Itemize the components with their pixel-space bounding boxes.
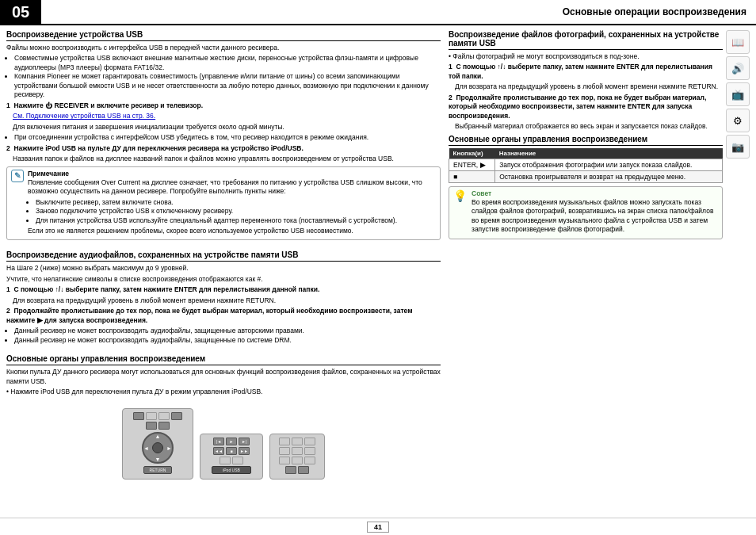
audio-step1-text: С помощью ↑/↓ выберите папку, затем нажм… [13,285,319,293]
transport-extra2 [232,457,243,464]
photo-step1-num: 1 [449,63,452,71]
table-btn-2: ■ [449,170,495,182]
step1-link[interactable]: См. Подключение устройства USB на стр. 3… [13,112,155,120]
transport-next: ►| [239,438,250,445]
transport-stop: ■ [226,447,237,455]
audio-step1-num: 1 [6,285,10,293]
note-text: Появление сообщения Over Current на дисп… [28,178,436,197]
usb-step1: 1 Нажмите ⏻ RECEIVER и включите ресивер … [6,101,441,110]
tip-icon: 💡 [453,189,468,204]
audio-note: Учтите, что нелатинские символы в списке… [6,275,441,284]
audio-step1-sub: Для возврата на предыдущий уровень в люб… [6,296,441,305]
num9 [304,457,315,464]
tip-text: Во время воспроизведения музыкальных фай… [472,198,718,235]
step1-sub: См. Подключение устройства USB на стр. 3… [6,112,441,120]
step1-text: Нажмите ⏻ RECEIVER и включите ресивер и … [13,101,203,109]
transport-extra1 [220,457,231,464]
usb-step2: 2 Нажмите iPod USB на пульте ДУ для пере… [6,144,441,153]
audio-step2: 2 Продолжайте пролистывание до тех пор, … [6,307,441,325]
audio-step1: 1 С помощью ↑/↓ выберите папку, затем на… [6,285,441,294]
audio-step2-bullet-1: Данный ресивер не может воспроизводить а… [14,327,441,335]
num5 [292,447,303,455]
controls-note: • Нажмите iPod USB для переключения пуль… [6,388,441,396]
right-controls-heading: Основные органы управления воспроизведен… [449,135,723,146]
table-desc-2: Остановка проигрывателя и возврат на пре… [495,170,723,182]
remote-control-area: ▲ ▼ ◄ ► RETURN |◄ ► ►| [6,408,441,480]
step1-extra: При отсоединении устройства с интерфейсо… [6,133,441,142]
step2-num: 2 [6,144,10,152]
dpad-up: ▲ [155,434,161,439]
remote-svg: ▲ ▼ ◄ ► RETURN |◄ ► ►| [122,408,325,480]
audio-step2-text: Продолжайте пролистывание до тех пор, по… [6,307,412,323]
photo-bullet: • Файлы фотографий не могут воспроизводи… [449,52,723,61]
transport-play: ► [226,438,237,445]
page-number: 41 [367,522,389,533]
note-footer: Если это не является решением проблемы, … [28,227,436,235]
usb-playback-section: Воспроизведение устройства USB Файлы мож… [6,30,441,243]
icon-camera: 📷 [726,135,750,159]
table-row: ENTER, ▶ Запуск отображения фотографии и… [449,159,723,170]
num1 [279,438,290,445]
remote-btn-5 [146,422,157,430]
photo-step2-num: 2 [449,94,452,101]
note-icon: ✎ [11,170,24,182]
table-desc-1: Запуск отображения фотографии или запуск… [495,159,723,170]
table-col1: Кнопка(и) [449,148,495,159]
note-title: Примечание [28,170,436,178]
right-controls-section: Основные органы управления воспроизведен… [449,135,723,183]
note-box: ✎ Примечание Появление сообщения Over Cu… [6,166,441,241]
controls-section: Основные органы управления воспроизведен… [6,354,441,398]
remote-left: ▲ ▼ ◄ ► RETURN [122,408,193,480]
photo-step1: 1 С помощью ↑/↓ выберите папку, затем на… [449,63,723,81]
page-footer: 41 [0,518,756,535]
right-wrapper: Воспроизведение файлов фотографий, сохра… [449,30,750,242]
dpad-down: ▼ [155,457,161,462]
usb-playback-heading: Воспроизведение устройства USB [6,30,441,41]
transport-fwd: ►► [239,447,250,455]
photo-step2: 2 Продолжайте пролистывание до тех пор, … [449,94,723,120]
audio-usb-section: Воспроизведение аудиофайлов, сохраненных… [6,250,441,346]
remote-btn-1 [133,412,144,420]
note-bullet-1: Выключите ресивер, затем включите снова. [36,198,436,207]
step1-extra-1: При отсоединении устройства с интерфейсо… [14,133,441,142]
icon-book: 📖 [726,30,750,54]
usb-bullets: Совместимые устройства USB включают внеш… [6,54,441,99]
dpad-right: ► [166,445,172,450]
dpad-container: ▲ ▼ ◄ ► [142,432,174,464]
photo-step2-sub: Выбранный материал отображается во весь … [449,122,723,131]
tip-content: Совет Во время воспроизведения музыкальн… [472,189,718,236]
main-content: Воспроизведение устройства USB Файлы мож… [0,25,756,518]
usb-bullet-1: Совместимые устройства USB включают внеш… [14,54,441,72]
step2-text: Нажмите iPod USB на пульте ДУ для перекл… [13,144,303,152]
chapter-title: Основные операции воспроизведения [41,6,756,17]
icon-settings: ⚙ [726,109,750,132]
step1-note: Для включения питания и завершения иници… [6,123,441,132]
icon-video: 📺 [726,82,750,106]
photo-step1-text: С помощью ↑/↓ выберите папку, затем нажм… [449,63,712,79]
tip-box: 💡 Совет Во время воспроизведения музыкал… [449,186,723,239]
num-extra1 [285,466,296,474]
page-header: 05 Основные операции воспроизведения [0,0,756,25]
photo-step2-text: Продолжайте пролистывание до тех пор, по… [449,94,706,120]
chapter-number: 05 [0,0,41,25]
num7 [279,457,290,464]
note-bullets: Выключите ресивер, затем включите снова.… [28,198,436,225]
remote-right [269,434,325,480]
remote-btn-6 [158,422,170,430]
icon-audio: 🔊 [726,56,750,80]
note-bullet-3: Для питания устройства USB используйте с… [36,216,436,225]
num6 [304,447,315,455]
step2-sub: Названия папок и файлов на дисплее назва… [6,155,441,163]
dpad-center [152,442,163,453]
usb-bullet-2: Компания Pioneer не может гарантировать … [14,72,441,99]
num-extra2 [298,466,309,474]
playback-table: Кнопка(и) Назначение ENTER, ▶ Запуск ото… [449,148,723,183]
right-icons-strip: 📖 🔊 📺 ⚙ 📷 [726,30,750,242]
photo-section: Воспроизведение файлов фотографий, сохра… [449,30,723,132]
ipod-usb-btn: iPod USB [212,466,251,474]
transport-prev: |◄ [213,438,224,445]
right-column: Воспроизведение файлов фотографий, сохра… [449,30,750,514]
remote-middle: |◄ ► ►| ◄◄ ■ ►► iPod USB [200,434,263,480]
note-bullet-2: Заново подключите устройство USB к отклю… [36,207,436,216]
audio-intro: На Шаге 2 (ниже) можно выбрать максимум … [6,264,441,273]
